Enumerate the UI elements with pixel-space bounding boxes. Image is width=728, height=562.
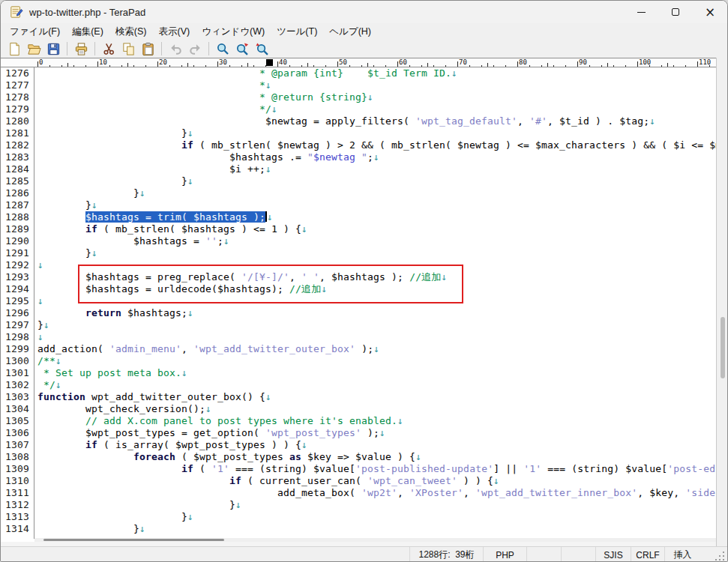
code-line-1309[interactable]: 1309if ( '1' === (string) $value['post-p…: [1, 463, 716, 475]
save-button[interactable]: [43, 40, 63, 57]
code-text: }↓: [29, 127, 193, 139]
caption-buttons: ×: [624, 1, 727, 23]
code-text: }↓: [29, 175, 193, 187]
code-line-1289[interactable]: 1289if ( mb_strlen( $hashtags ) <= 1 ) {…: [1, 223, 716, 235]
code-line-1290[interactable]: 1290$hashtags = '';↓: [1, 235, 716, 247]
code-line-1278[interactable]: 1278* @return {string}↓: [1, 91, 716, 103]
code-line-1283[interactable]: 1283$hashtags .= "$newtag ";↓: [1, 151, 716, 163]
code-text: add_meta_box( 'wp2t', 'XPoster', 'wpt_ad…: [29, 487, 716, 499]
code-text: $hashtags = '';↓: [29, 235, 229, 247]
code-line-1314[interactable]: 1314}↓: [1, 523, 716, 535]
code-line-1303[interactable]: 1303function wpt_add_twitter_outer_box()…: [1, 391, 716, 403]
menu-window[interactable]: ウィンドウ(W): [196, 24, 271, 40]
code-line-1279[interactable]: 1279*/↓: [1, 103, 716, 115]
code-line-1308[interactable]: 1308foreach ( $wpt_post_types as $key =>…: [1, 451, 716, 463]
code-line-1276[interactable]: 1276* @param {int} $t_id Term ID.↓: [1, 67, 716, 79]
code-line-1302[interactable]: 1302*/↓: [1, 379, 716, 391]
code-line-1277[interactable]: 1277*↓: [1, 79, 716, 91]
line-number: 1308: [1, 451, 29, 463]
redo-icon: [188, 42, 202, 56]
code-line-1307[interactable]: 1307if ( is_array( $wpt_post_types ) ) {…: [1, 439, 716, 451]
menu-edit[interactable]: 編集(E): [66, 24, 109, 40]
code-line-1288[interactable]: 1288$hashtags = trim( $hashtags );↓: [1, 211, 716, 223]
code-line-1280[interactable]: 1280$newtag = apply_filters( 'wpt_tag_de…: [1, 115, 716, 127]
menu-search[interactable]: 検索(S): [109, 24, 153, 40]
code-line-1310[interactable]: 1310if ( current_user_can( 'wpt_can_twee…: [1, 475, 716, 487]
ruler-tick: [307, 63, 308, 67]
minimize-button[interactable]: [624, 1, 658, 23]
code-line-1287[interactable]: 1287}↓: [1, 199, 716, 211]
line-number: 1305: [1, 415, 29, 427]
code-line-1297[interactable]: 1297}↓: [1, 319, 716, 331]
code-line-1282[interactable]: 1282if ( mb_strlen( $newtag ) > 2 && ( m…: [1, 139, 716, 151]
code-line-1305[interactable]: 1305// add X.com panel to post types whe…: [1, 415, 716, 427]
code-text: *↓: [29, 79, 271, 91]
line-number: 1279: [1, 103, 29, 115]
search-prev-button[interactable]: [252, 40, 271, 57]
code-text: $i ++;↓: [29, 163, 271, 175]
menu-view[interactable]: 表示(V): [152, 24, 196, 40]
code-text: }↓: [29, 187, 145, 199]
cut-button[interactable]: [99, 40, 118, 57]
ruler-tick: [445, 65, 446, 67]
undo-button[interactable]: [166, 40, 185, 57]
code-line-1299[interactable]: 1299add_action( 'admin_menu', 'wpt_add_t…: [1, 343, 716, 355]
code-text: */↓: [29, 103, 277, 115]
open-file-button[interactable]: [24, 40, 43, 57]
maximize-icon: [672, 8, 679, 16]
toolbar-separator: [94, 42, 95, 55]
search-prev-icon: [255, 42, 269, 56]
vertical-scrollbar-thumb[interactable]: [721, 317, 725, 378]
ruler-tick: [553, 65, 554, 67]
code-line-1312[interactable]: 1312}↓: [1, 499, 716, 511]
ruler-tick: [517, 61, 518, 67]
vertical-scrollbar[interactable]: [716, 58, 728, 546]
ruler-tick: [481, 65, 482, 67]
file-type: PHP: [483, 547, 526, 562]
code-line-1311[interactable]: 1311add_meta_box( 'wp2t', 'XPoster', 'wp…: [1, 487, 716, 499]
print-button[interactable]: [71, 40, 91, 57]
line-number: 1304: [1, 403, 29, 415]
terapad-app-icon: [10, 5, 23, 19]
ruler-tick: [433, 65, 434, 67]
menu-tools[interactable]: ツール(T): [271, 24, 323, 40]
ruler-tick: [493, 65, 494, 67]
code-line-1286[interactable]: 1286}↓: [1, 187, 716, 199]
undo-icon: [169, 42, 183, 56]
search-next-button[interactable]: [232, 40, 252, 57]
code-line-1306[interactable]: 1306$wpt_post_types = get_option( 'wpt_p…: [1, 427, 716, 439]
code-line-1300[interactable]: 1300/**↓: [1, 355, 716, 367]
maximize-button[interactable]: [658, 1, 693, 23]
ruler-tick: [661, 65, 662, 67]
code-text: if ( mb_strlen( $hashtags ) <= 1 ) {↓: [29, 223, 307, 235]
code-text: if ( is_array( $wpt_post_types ) ) {↓: [29, 439, 307, 451]
ruler-tick: [277, 61, 278, 67]
horizontal-scrollbar-thumb[interactable]: [43, 539, 224, 541]
line-number: 1288: [1, 211, 29, 223]
open-folder-icon: [27, 42, 41, 56]
code-line-1296[interactable]: 1296return $hashtags;↓: [1, 307, 716, 319]
code-line-1291[interactable]: 1291}↓: [1, 247, 716, 259]
code-line-1281[interactable]: 1281}↓: [1, 127, 716, 139]
resize-grip[interactable]: [700, 547, 727, 562]
paste-button[interactable]: [138, 40, 157, 57]
new-file-button[interactable]: [4, 40, 24, 57]
menu-help[interactable]: ヘルプ(H): [323, 24, 377, 40]
scissors-icon: [102, 42, 116, 56]
redo-button[interactable]: [185, 40, 205, 57]
close-button[interactable]: ×: [693, 1, 727, 23]
code-line-1304[interactable]: 1304wpt_check_version();↓: [1, 403, 716, 415]
code-line-1284[interactable]: 1284$i ++;↓: [1, 163, 716, 175]
copy-button[interactable]: [118, 40, 138, 57]
ruler-tick: [607, 63, 608, 67]
code-text: }↓: [29, 247, 97, 259]
menu-file[interactable]: ファイル(F): [4, 24, 66, 40]
status-bar: 1288行: 39桁PHPSJISCRLF挿入: [1, 546, 727, 562]
code-line-1301[interactable]: 1301* Set up post meta box.↓: [1, 367, 716, 379]
search-button[interactable]: [213, 40, 232, 57]
code-line-1298[interactable]: 1298↓: [1, 331, 716, 343]
code-line-1313[interactable]: 1313}↓: [1, 511, 716, 523]
code-text: ↓: [29, 331, 43, 343]
code-line-1285[interactable]: 1285}↓: [1, 175, 716, 187]
code-text: $hashtags = trim( $hashtags );↓: [29, 211, 273, 223]
